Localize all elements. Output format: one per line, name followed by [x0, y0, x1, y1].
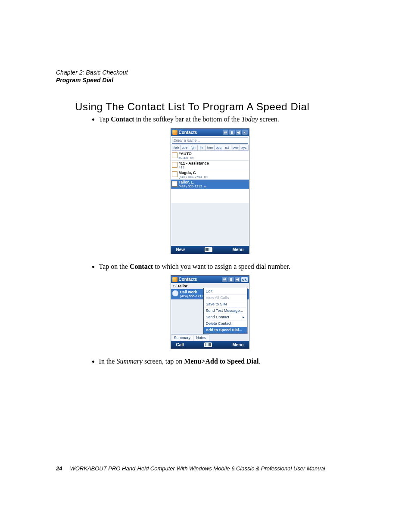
contact-type: txt — [190, 156, 193, 160]
volume-icon: ◀ — [235, 277, 240, 282]
close-button[interactable]: × — [242, 130, 248, 135]
contact-name: Tailor, E. — [179, 180, 248, 184]
contact-type: txt — [204, 175, 207, 179]
empty-area — [171, 203, 249, 246]
softkey-right[interactable]: Menu — [232, 342, 243, 347]
call-number: (424) 555-1212 — [180, 294, 204, 298]
text: Contact — [130, 263, 153, 270]
text: In the — [99, 358, 117, 365]
step-2: Tap on the Contact to which you want to … — [99, 262, 364, 271]
chapter-header: Chapter 2: Basic Checkout — [56, 69, 364, 76]
alpha-tab[interactable]: ijk — [197, 145, 206, 151]
menu-edit[interactable]: Edit — [204, 288, 247, 295]
text: Menu>Add to Speed Dial — [184, 358, 258, 365]
alpha-tab[interactable]: xyz — [240, 145, 249, 151]
text: in the softkey bar at the bottom of the — [134, 115, 242, 123]
text: Today — [241, 115, 258, 123]
contact-icon — [172, 171, 177, 177]
keyboard-icon[interactable] — [205, 247, 212, 252]
contacts-list-screenshot: Contacts ⇄ ▮ ◀ × Enter a name... #ab cde… — [171, 128, 249, 254]
menu-add-to-speed-dial[interactable]: Add to Speed Dial... — [204, 327, 247, 333]
alpha-filter-row[interactable]: #ab cde fgh ijk lmn opq rst uvw xyz — [172, 145, 248, 151]
summary-area: Edit View All Calls Save to SIM Send Tex… — [171, 299, 249, 334]
contact-sub: (416) 668-2794 — [179, 175, 202, 179]
volume-icon: ◀ — [236, 130, 241, 135]
context-menu: Edit View All Calls Save to SIM Send Tex… — [203, 288, 247, 334]
alpha-tab[interactable]: uvw — [231, 145, 240, 151]
title-bar: Contacts ⇄ ▮ ◀ × — [171, 129, 249, 136]
alpha-tab[interactable]: opq — [214, 145, 223, 151]
text: to which you want to assign a speed dial… — [153, 263, 290, 270]
softkey-right[interactable]: Menu — [232, 247, 243, 252]
alpha-tab[interactable]: cde — [180, 145, 189, 151]
menu-view-all-calls: View All Calls — [204, 295, 247, 301]
search-input[interactable]: Enter a name... — [172, 137, 248, 144]
list-item[interactable]: 411 - Assistance 411 — [171, 161, 249, 170]
text: screen. — [258, 115, 279, 123]
signal-icon: ▮ — [228, 277, 234, 282]
menu-label: Send Contact — [206, 315, 230, 319]
text: Contact — [111, 115, 134, 123]
step-list: In the Summary screen, tap on Menu>Add t… — [91, 357, 364, 366]
contact-summary-screenshot: Contacts ⇄ ▮ ◀ ok E. Tailor Call work (4… — [171, 275, 249, 349]
sim-icon — [172, 162, 177, 168]
list-item[interactable]: #AUTO #2886txt — [171, 151, 249, 161]
text: Tap — [99, 115, 111, 123]
contact-sub: #2886 — [179, 156, 188, 160]
ok-button[interactable]: ok — [241, 277, 248, 282]
list-item[interactable]: Magda, G (416) 668-2794txt — [171, 170, 249, 180]
chevron-right-icon: ▸ — [243, 315, 245, 319]
page-footer: 24 WORKABOUT PRO Hand-Held Computer With… — [56, 465, 372, 472]
contact-sub: 411 — [179, 165, 184, 169]
step-list: Tap on the Contact to which you want to … — [91, 262, 364, 271]
step-list: Tap Contact in the softkey bar at the bo… — [91, 115, 364, 124]
contact-icon — [172, 181, 177, 187]
contact-list: #AUTO #2886txt 411 - Assistance 411 Magd… — [171, 151, 249, 203]
list-item-selected[interactable]: Tailor, E. (424) 555-1212w — [171, 180, 249, 189]
contact-name: 411 - Assistance — [179, 161, 248, 165]
step-1: Tap Contact in the softkey bar at the bo… — [99, 115, 364, 124]
alpha-tab[interactable]: lmn — [206, 145, 215, 151]
menu-send-text[interactable]: Send Text Message... — [204, 308, 247, 314]
menu-delete-contact[interactable]: Delete Contact — [204, 320, 247, 327]
alpha-tab[interactable]: fgh — [189, 145, 198, 151]
screen-title: Contacts — [179, 130, 197, 135]
contact-name: Magda, G — [179, 171, 248, 175]
start-icon — [172, 277, 177, 282]
contact-name: #AUTO — [179, 152, 248, 156]
contact-sub: (424) 555-1212 — [179, 184, 202, 188]
section-header: Program Speed Dial — [56, 77, 364, 84]
page-title: Using The Contact List To Program A Spee… — [75, 101, 364, 113]
text: Summary — [116, 358, 142, 365]
alpha-tab[interactable]: #ab — [172, 145, 181, 151]
contact-icon — [172, 152, 177, 158]
screen-title: Contacts — [179, 277, 197, 282]
page-number: 24 — [56, 465, 62, 472]
connectivity-icon: ⇄ — [223, 130, 228, 135]
keyboard-icon[interactable] — [204, 342, 212, 347]
softkey-left[interactable]: Call — [176, 342, 184, 347]
softkey-bar: Call Menu — [171, 341, 249, 348]
contact-type: w — [204, 184, 206, 188]
step-3: In the Summary screen, tap on Menu>Add t… — [99, 357, 364, 366]
signal-icon: ▮ — [229, 130, 235, 135]
tab-notes[interactable]: Notes — [193, 334, 209, 341]
footer-title: WORKABOUT PRO Hand-Held Computer With Wi… — [70, 465, 325, 472]
text: . — [258, 358, 260, 365]
tab-summary[interactable]: Summary — [171, 334, 194, 341]
text: Tap on the — [99, 263, 130, 270]
connectivity-icon: ⇄ — [222, 277, 227, 282]
softkey-left[interactable]: New — [176, 247, 185, 252]
menu-save-to-sim[interactable]: Save to SIM — [204, 301, 247, 308]
menu-send-contact[interactable]: Send Contact▸ — [204, 314, 247, 320]
softkey-bar: New Menu — [171, 246, 249, 254]
title-bar: Contacts ⇄ ▮ ◀ ok — [171, 276, 249, 283]
call-label: Call work — [180, 290, 204, 294]
alpha-tab[interactable]: rst — [223, 145, 232, 151]
text: screen, tap on — [143, 358, 184, 365]
start-icon — [172, 130, 177, 135]
phone-icon — [172, 290, 178, 296]
tabs-row: Summary Notes — [171, 334, 249, 341]
